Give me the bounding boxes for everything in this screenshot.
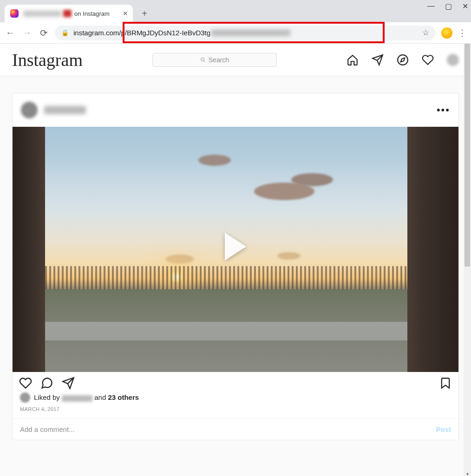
- nav-reload-button[interactable]: ⟳: [38, 27, 49, 39]
- post-header: •••: [13, 93, 458, 127]
- search-input[interactable]: Search: [152, 53, 277, 67]
- instagram-favicon-icon: [10, 9, 19, 18]
- liker-avatar[interactable]: [20, 392, 30, 403]
- media-decor: [277, 252, 301, 260]
- post-author-avatar[interactable]: [21, 102, 38, 118]
- search-placeholder: Search: [209, 56, 229, 64]
- tab-title-blurred-badge: [63, 10, 72, 17]
- vertical-scrollbar[interactable]: ▴ ▾: [464, 44, 471, 476]
- content-area: ••• Liked by: [0, 76, 471, 476]
- likes-and: and: [94, 393, 106, 401]
- tab-title-blurred: [23, 11, 61, 17]
- browser-menu-button[interactable]: ⋮: [458, 28, 466, 38]
- likes-row: Liked by and 23 others: [13, 392, 458, 405]
- search-icon: [200, 57, 206, 63]
- likes-prefix: Liked by: [34, 393, 60, 401]
- nav-back-button[interactable]: ←: [5, 27, 16, 38]
- share-button-send-icon[interactable]: [62, 377, 75, 390]
- heart-icon[interactable]: [422, 54, 434, 66]
- svg-line-1: [203, 60, 205, 62]
- liker-name-blurred[interactable]: [62, 395, 92, 402]
- svg-point-0: [201, 58, 204, 61]
- media-decor: [291, 173, 333, 186]
- media-decor: [13, 127, 45, 372]
- save-button-bookmark-icon[interactable]: [439, 377, 452, 390]
- window-maximize-button[interactable]: ▢: [445, 2, 452, 11]
- lock-icon: 🔒: [61, 29, 69, 36]
- post-comment-button[interactable]: Post: [436, 425, 451, 433]
- header-avatar[interactable]: [447, 54, 459, 66]
- bookmark-star-icon[interactable]: ☆: [422, 28, 429, 38]
- svg-marker-3: [401, 58, 405, 62]
- tab-title-suffix: on Instagram: [74, 10, 110, 17]
- post-date: MARCH 4, 2017: [13, 405, 458, 418]
- extension-icon[interactable]: [441, 27, 452, 39]
- address-bar[interactable]: 🔒 instagram.com/p/BRMgJDyDsN12-IeBvD3tg …: [55, 26, 436, 40]
- like-button-heart-icon[interactable]: [19, 377, 32, 390]
- browser-toolbar: ← → ⟳ 🔒 instagram.com/p/BRMgJDyDsN12-IeB…: [0, 22, 471, 44]
- svg-point-2: [398, 55, 408, 65]
- new-tab-button[interactable]: +: [137, 7, 151, 20]
- media-decor: [407, 127, 458, 372]
- post-more-button[interactable]: •••: [437, 104, 450, 116]
- scroll-down-arrow-icon[interactable]: ▾: [464, 471, 471, 476]
- media-decor: [198, 155, 231, 166]
- likes-others[interactable]: 23 others: [108, 393, 139, 401]
- instagram-header: Instagram Search: [0, 44, 471, 76]
- tab-close-icon[interactable]: ✕: [119, 10, 128, 17]
- send-icon[interactable]: [372, 54, 384, 66]
- url-blurred-tail: [211, 30, 290, 36]
- scrollbar-thumb[interactable]: [464, 44, 470, 267]
- browser-tabbar: on Instagram ✕ + — ▢ ✕: [0, 0, 471, 22]
- window-minimize-button[interactable]: —: [427, 2, 435, 11]
- browser-tab[interactable]: on Instagram ✕: [5, 5, 133, 22]
- play-icon[interactable]: [225, 233, 246, 261]
- nav-forward-button[interactable]: →: [21, 27, 33, 38]
- media-decor: [45, 322, 407, 340]
- home-icon[interactable]: [347, 54, 359, 66]
- post-card: ••• Liked by: [12, 93, 459, 440]
- post-actions: [13, 372, 458, 392]
- window-close-button[interactable]: ✕: [462, 2, 468, 11]
- comment-button-icon[interactable]: [40, 377, 53, 390]
- explore-icon[interactable]: [397, 54, 409, 66]
- comment-input[interactable]: [20, 425, 436, 433]
- media-decor: [166, 254, 194, 264]
- instagram-logo[interactable]: Instagram: [12, 50, 83, 70]
- window-controls: — ▢ ✕: [427, 2, 468, 11]
- url-text: instagram.com/p/BRMgJDyDsN12-IeBvD3tg: [73, 29, 210, 37]
- post-media-video[interactable]: [13, 127, 458, 372]
- post-author-name-blurred[interactable]: [44, 106, 86, 114]
- header-nav: [347, 54, 459, 66]
- comment-row: Post: [13, 418, 458, 440]
